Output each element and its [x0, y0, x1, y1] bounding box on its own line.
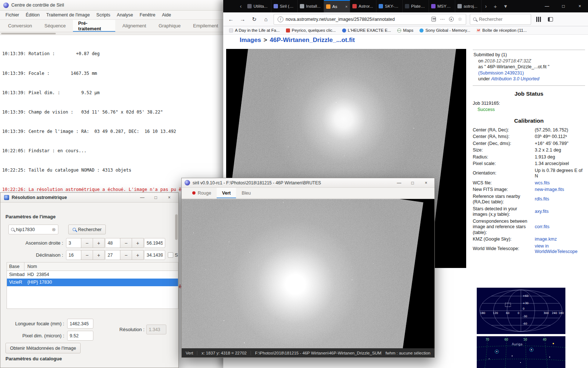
horizontal-scrollbar[interactable]	[0, 32, 223, 35]
window-close-button[interactable]: ×	[572, 0, 588, 12]
column-nom[interactable]: Nom	[24, 262, 178, 271]
dialog-titlebar[interactable]: Résolution astrométrique — □ ×	[0, 193, 178, 203]
bookmark-item[interactable]: A Day in the Life at Fa...	[229, 28, 280, 32]
ra-hours-plus-button[interactable]: +	[93, 238, 105, 248]
tab-conversion[interactable]: Conversion	[3, 20, 37, 32]
reader-mode-icon[interactable]	[429, 17, 438, 22]
tab-alignement[interactable]: Alignement	[117, 20, 151, 32]
menu-aide[interactable]: Aide	[159, 11, 174, 20]
search-button[interactable]: Rechercher	[68, 225, 106, 234]
dec-minutes-input[interactable]	[105, 250, 120, 260]
scroll-tabs-right-button[interactable]: ›	[481, 0, 490, 12]
column-base[interactable]: Base	[7, 262, 24, 271]
scrollbar-thumb[interactable]	[1, 33, 56, 34]
url-bar[interactable]: i nova.astrometry.net/user_images/257882…	[274, 14, 466, 25]
search-icon	[473, 18, 476, 21]
browser-tab[interactable]: Astror...	[350, 0, 376, 12]
breadcrumb-images-link[interactable]: Images	[240, 37, 261, 43]
maximize-button[interactable]: □	[150, 195, 161, 200]
forward-button[interactable]: →	[237, 14, 248, 25]
search-bar[interactable]	[470, 14, 531, 25]
browser-tab[interactable]: SKY-M...	[376, 0, 403, 12]
library-icon[interactable]	[533, 14, 544, 25]
south-checkbox[interactable]	[168, 252, 173, 258]
back-button[interactable]: ←	[225, 14, 236, 25]
menu-fenetre[interactable]: Fenêtre	[136, 11, 159, 20]
ra-minutes-minus-button[interactable]: −	[120, 238, 132, 248]
menu-fichier[interactable]: Fichier	[2, 11, 23, 20]
ra-hours-minus-button[interactable]: −	[81, 238, 93, 248]
scrollbar-thumb[interactable]	[175, 214, 178, 240]
browser-tab-active[interactable]: As×	[324, 0, 350, 12]
search-input[interactable]	[479, 17, 519, 22]
dec-degrees-input[interactable]	[66, 250, 81, 260]
bookmark-item[interactable]: L'HEURE EXACTE E...	[342, 28, 391, 32]
minimize-button[interactable]: —	[137, 195, 148, 200]
home-button[interactable]: ⌂	[260, 14, 271, 25]
tab-close-icon[interactable]: ×	[345, 4, 348, 9]
tab-pretraitement[interactable]: Pré-traitement	[73, 20, 115, 32]
close-button[interactable]: ×	[164, 195, 175, 200]
page-actions-icon[interactable]: ⋯	[438, 16, 447, 22]
url-text[interactable]: nova.astrometry.net/user_images/2578825#…	[286, 17, 429, 22]
ra-seconds-input[interactable]	[144, 238, 165, 248]
maximize-button[interactable]: □	[407, 180, 418, 185]
dec-degrees-plus-button[interactable]: +	[93, 250, 105, 260]
browser-tab[interactable]: PlateS...	[403, 0, 429, 12]
ra-minutes-plus-button[interactable]: +	[132, 238, 144, 248]
browser-tab[interactable]: Utilita...	[245, 0, 271, 12]
reload-button[interactable]: ↻	[249, 14, 260, 25]
ra-minutes-input[interactable]	[105, 238, 120, 248]
close-button[interactable]: ×	[421, 180, 432, 185]
browser-tab[interactable]: astroj...	[455, 0, 481, 12]
siril-main-titlebar[interactable]: Centre de contrôle de Siril	[0, 0, 223, 11]
calibration-row: Reference stars nearby (RA,Dec table):rd…	[473, 194, 585, 205]
tab-empilement[interactable]: Empilement	[188, 20, 223, 32]
new-tab-button[interactable]: +	[490, 0, 500, 12]
sidebar-icon[interactable]	[545, 14, 556, 25]
submission-link[interactable]: (Submission 2439231)	[473, 70, 584, 76]
minimize-button[interactable]: —	[394, 180, 405, 185]
menu-traitement[interactable]: Traitement de l'image	[43, 11, 93, 20]
get-metadata-button[interactable]: Obtenir Métadonnées de l'Image	[5, 343, 81, 353]
bookmark-star-icon[interactable]: ☆	[456, 16, 464, 22]
dec-degrees-minus-button[interactable]: −	[81, 250, 93, 260]
fits-image-view[interactable]	[182, 199, 434, 349]
table-row[interactable]: Simbad HD 23854	[7, 271, 178, 279]
dec-minutes-plus-button[interactable]: +	[132, 250, 144, 260]
menu-analyse[interactable]: Analyse	[113, 11, 136, 20]
scroll-tabs-left-button[interactable]: ‹	[236, 0, 245, 12]
tab-rouge[interactable]: Rouge	[187, 188, 217, 198]
bookmark-item[interactable]: Sony Global - Memory...	[419, 28, 470, 32]
tab-list-dropdown-icon[interactable]: ▾	[500, 0, 511, 12]
focal-length-input[interactable]	[67, 319, 93, 329]
object-search-input[interactable]: hip17830 ⊗	[8, 225, 58, 234]
browser-tab[interactable]: MSYS2 ho...	[429, 0, 455, 12]
tab-bleu[interactable]: Bleu	[236, 188, 256, 198]
license-link[interactable]: Attribution 3.0 Unported	[491, 76, 539, 81]
breadcrumb-file-link[interactable]: 46P-Wirtanen_Drizzle_...ot.fit	[270, 37, 355, 43]
bookmark-item[interactable]: Peyrico, quelques clic...	[286, 28, 336, 32]
pixel-size-input[interactable]	[67, 331, 93, 341]
ra-hours-input[interactable]	[66, 238, 81, 248]
menu-scripts[interactable]: Scripts	[93, 11, 113, 20]
tab-sequence[interactable]: Séquence	[39, 20, 71, 32]
browser-tab[interactable]: Siril (0...	[271, 0, 298, 12]
ra-label: Ascension droite :	[0, 238, 63, 248]
site-info-icon[interactable]: i	[278, 16, 283, 22]
tab-graphique[interactable]: Graphique	[154, 20, 186, 32]
menu-edition[interactable]: Édition	[23, 11, 43, 20]
clear-icon[interactable]: ⊗	[52, 227, 56, 232]
bookmark-item[interactable]: MBoîte de réception (11...	[476, 28, 527, 32]
bookmark-item[interactable]: Maps	[397, 28, 413, 32]
pocket-icon[interactable]: ▾	[447, 17, 456, 22]
browser-tab[interactable]: Install...	[298, 0, 324, 12]
tab-vert[interactable]: Vert	[217, 188, 236, 198]
dec-minutes-minus-button[interactable]: −	[120, 250, 132, 260]
dec-seconds-input[interactable]	[144, 250, 165, 260]
window-maximize-button[interactable]: □	[555, 0, 572, 12]
window-minimize-button[interactable]: —	[539, 0, 555, 12]
image-window-titlebar[interactable]: siril v0.9.10-rc1 - F:\Photos\2018\18121…	[182, 178, 434, 188]
dialog-scrollbar[interactable]	[175, 214, 178, 368]
table-row[interactable]: VizieR {HIP} 17830	[7, 279, 178, 286]
